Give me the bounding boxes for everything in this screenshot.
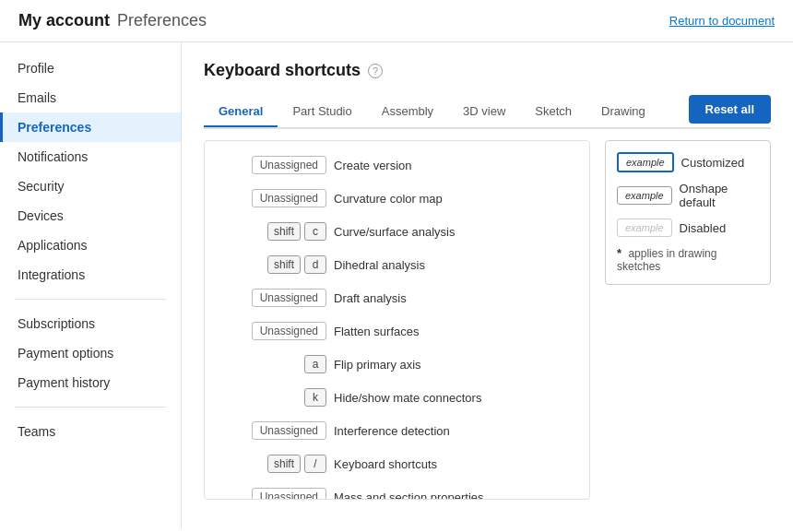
key-area: Unassigned [216,156,326,174]
tabs-row: General Part Studio Assembly 3D view Ske… [204,95,771,129]
action-label: Curvature color map [334,192,443,206]
sidebar-item-payment-options[interactable]: Payment options [0,338,181,368]
key-area: Unassigned [216,421,326,440]
key-area: Unassigned [216,488,326,500]
unassigned-badge[interactable]: Unassigned [252,421,326,440]
key-area: Unassigned [216,189,326,207]
tab-3d-view[interactable]: 3D view [448,97,520,127]
legend-label-disabled: Disabled [680,221,727,235]
sidebar-item-notifications[interactable]: Notifications [0,142,181,171]
main-content: Keyboard shortcuts ? General Part Studio… [182,42,793,528]
table-row[interactable]: UnassignedMass and section properties [205,480,589,500]
table-row[interactable]: shiftdDihedral analysis [205,248,589,281]
sidebar-item-applications[interactable]: Applications [0,231,181,260]
unassigned-badge[interactable]: Unassigned [252,189,326,207]
sidebar-item-integrations[interactable]: Integrations [0,260,181,290]
key-badge: a [304,355,326,373]
action-label: Flatten surfaces [334,325,420,338]
sidebar-item-payment-history[interactable]: Payment history [0,368,181,397]
legend-item-customized: example Customized [617,152,759,172]
table-row[interactable]: UnassignedFlatten surfaces [205,314,589,348]
sidebar-item-preferences[interactable]: Preferences [0,112,181,142]
table-row[interactable]: shift/Keyboard shortcuts [205,447,589,480]
shortcut-list-wrapper[interactable]: UnassignedCreate versionUnassignedCurvat… [204,140,590,500]
legend-item-onshape: example Onshape default [617,182,759,209]
legend-key-onshape: example [617,186,672,205]
sidebar-item-subscriptions[interactable]: Subscriptions [0,309,181,338]
shortcuts-header: Keyboard shortcuts ? [204,61,771,80]
key-badge: k [304,388,326,407]
action-label: Create version [334,159,412,172]
table-row[interactable]: shiftcCurve/surface analysis [205,215,589,248]
action-label: Mass and section properties [334,491,484,501]
key-badge: d [304,255,326,274]
action-label: Interference detection [334,424,450,438]
tab-general[interactable]: General [204,97,278,127]
sidebar-divider-1 [15,299,166,300]
key-area: k [216,388,326,407]
key-badge: shift [267,455,301,473]
unassigned-badge[interactable]: Unassigned [252,488,326,500]
legend-key-disabled: example [617,219,672,237]
key-badge: / [304,455,326,473]
tab-drawing[interactable]: Drawing [586,97,660,127]
return-link[interactable]: Return to document [669,14,775,28]
key-area: a [216,355,326,373]
key-area: shift/ [216,455,326,473]
action-label: Draft analysis [334,291,407,305]
key-badge: shift [267,255,301,274]
action-label: Curve/surface analysis [334,225,456,239]
legend-note-text: applies in drawing sketches [617,247,716,273]
legend-key-customized: example [617,152,674,172]
content-area: UnassignedCreate versionUnassignedCurvat… [204,140,771,510]
sidebar-item-security[interactable]: Security [0,171,181,201]
section-label: Preferences [117,11,207,30]
action-label: Dihedral analysis [334,258,425,272]
table-row[interactable]: aFlip primary axis [205,348,589,381]
sidebar-item-profile[interactable]: Profile [0,53,181,83]
key-badge: c [304,222,326,241]
sidebar: Profile Emails Preferences Notifications… [0,42,182,528]
key-area: shiftc [216,222,326,241]
sidebar-divider-2 [15,407,166,408]
table-row[interactable]: UnassignedCurvature color map [205,182,589,215]
tab-sketch[interactable]: Sketch [520,97,586,127]
key-area: Unassigned [216,289,326,307]
help-icon[interactable]: ? [368,64,383,78]
sidebar-item-devices[interactable]: Devices [0,201,181,231]
unassigned-badge[interactable]: Unassigned [252,289,326,307]
myaccount-label: My account [18,11,110,30]
legend-label-onshape: Onshape default [680,182,759,209]
tab-assembly[interactable]: Assembly [367,97,448,127]
table-row[interactable]: UnassignedDraft analysis [205,281,589,314]
reset-all-button[interactable]: Reset all [689,95,771,124]
legend-item-disabled: example Disabled [617,219,759,237]
layout: Profile Emails Preferences Notifications… [0,42,793,528]
sidebar-item-teams[interactable]: Teams [0,417,181,446]
table-row[interactable]: UnassignedCreate version [205,148,589,182]
legend-asterisk: * [617,246,621,260]
tab-part-studio[interactable]: Part Studio [278,97,366,127]
action-label: Flip primary axis [334,358,421,372]
table-row[interactable]: UnassignedInterference detection [205,414,589,447]
legend-note: * applies in drawing sketches [617,246,759,273]
header: My account Preferences Return to documen… [0,0,793,42]
header-title: My account Preferences [18,11,207,30]
action-label: Keyboard shortcuts [334,457,437,471]
unassigned-badge[interactable]: Unassigned [252,156,326,174]
action-label: Hide/show mate connectors [334,391,481,405]
legend-label-customized: Customized [681,156,745,170]
key-badge: shift [267,222,301,241]
unassigned-badge[interactable]: Unassigned [252,322,326,340]
key-area: shiftd [216,255,326,274]
key-area: Unassigned [216,322,326,340]
legend-panel: example Customized example Onshape defau… [605,140,771,285]
sidebar-item-emails[interactable]: Emails [0,83,181,112]
shortcuts-title: Keyboard shortcuts [204,61,361,80]
table-row[interactable]: kHide/show mate connectors [205,381,589,414]
shortcut-list: UnassignedCreate versionUnassignedCurvat… [205,141,589,500]
